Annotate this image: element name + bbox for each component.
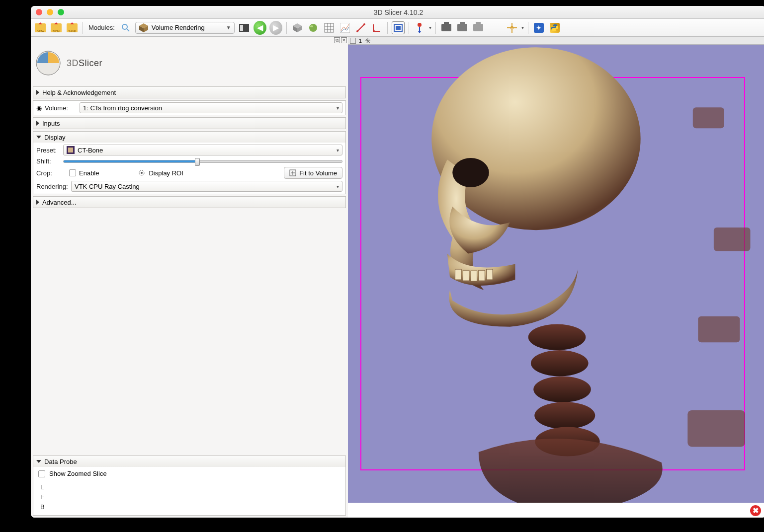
error-indicator[interactable]: ✖ <box>750 505 761 516</box>
crop-enable-label: Enable <box>79 169 99 177</box>
arrow-left-icon: ◀ <box>254 21 266 35</box>
view-maximize-icon[interactable] <box>365 38 371 44</box>
search-icon <box>121 23 130 32</box>
panel-close-button[interactable]: ✕ <box>341 37 347 43</box>
advanced-section-header[interactable]: Advanced... <box>33 197 345 208</box>
show-zoomed-checkbox[interactable] <box>38 470 45 477</box>
svg-point-23 <box>418 23 422 27</box>
preset-label: Preset: <box>36 147 60 154</box>
main-toolbar: Modules: Volume Rendering ▼ ◀ ▶ ▾ <box>31 19 764 37</box>
module-panel: ⧉ ✕ 3DSlicer Help & Acknowledgement ◉ Vo… <box>31 37 348 518</box>
svg-rect-57 <box>687 410 745 447</box>
ruler-button[interactable] <box>354 21 367 34</box>
volume-button[interactable] <box>307 21 320 34</box>
camera-view-icon <box>457 24 467 31</box>
data-probe-header[interactable]: Data Probe <box>33 456 345 467</box>
data-probe-section: Data Probe Show Zoomed Slice L F B <box>33 456 346 516</box>
green-sphere-icon <box>308 23 318 33</box>
probe-B: B <box>40 502 340 512</box>
titlebar: 3D Slicer 4.10.2 <box>31 6 764 19</box>
visibility-icon[interactable]: ◉ <box>36 104 42 112</box>
toolbar-separator <box>286 22 287 34</box>
extension-manager-button[interactable]: ✦ <box>532 21 545 34</box>
python-icon <box>550 23 560 33</box>
toolbar-separator <box>435 22 436 34</box>
display-section-body: Preset: CT-Bone ▾ Shift: <box>33 143 345 194</box>
svg-point-11 <box>310 25 313 27</box>
svg-point-20 <box>363 23 365 25</box>
display-section-header[interactable]: Display <box>33 132 345 143</box>
svg-point-52 <box>534 402 595 429</box>
svg-point-0 <box>122 24 127 29</box>
inputs-section-header[interactable]: Inputs <box>33 118 345 129</box>
help-section: Help & Acknowledgement <box>33 86 346 98</box>
toolbar-separator <box>409 22 409 34</box>
svg-rect-55 <box>714 228 751 251</box>
save-button[interactable] <box>66 21 79 34</box>
models-button[interactable] <box>291 21 304 34</box>
panel-popout-button[interactable]: ⧉ <box>334 37 340 43</box>
svg-line-18 <box>357 24 364 31</box>
layout-icon <box>393 23 403 32</box>
chart-button[interactable] <box>339 21 351 34</box>
toolbar-separator <box>387 22 388 34</box>
triangle-down-icon <box>36 460 41 463</box>
viewer-panel: 1 <box>348 37 764 518</box>
triangle-right-icon <box>36 90 39 95</box>
chevron-down-icon[interactable]: ▾ <box>429 25 431 30</box>
layout-button[interactable] <box>392 21 405 34</box>
module-panel-toggle[interactable] <box>238 21 251 34</box>
chevron-down-icon[interactable]: ▾ <box>521 25 524 30</box>
preset-thumb-icon <box>67 146 75 154</box>
preset-selector[interactable]: CT-Bone ▾ <box>63 145 342 155</box>
python-console-button[interactable] <box>548 21 561 34</box>
restore-view-button[interactable] <box>472 21 485 34</box>
module-search-button[interactable] <box>119 21 132 34</box>
load-dicom-button[interactable] <box>50 21 63 34</box>
panel-icon <box>239 24 249 32</box>
camera-icon <box>441 24 451 31</box>
rendering-selector[interactable]: VTK CPU Ray Casting ▾ <box>71 181 342 192</box>
chevron-down-icon: ▾ <box>337 105 339 111</box>
angle-button[interactable] <box>370 21 383 34</box>
scene-view-button[interactable] <box>456 21 469 34</box>
panel-spacer <box>31 209 348 455</box>
nav-back-button[interactable]: ◀ <box>254 21 266 34</box>
load-data-button[interactable] <box>34 21 47 34</box>
help-section-header[interactable]: Help & Acknowledgement <box>33 87 345 98</box>
data-probe-body: Show Zoomed Slice L F B <box>33 467 345 515</box>
toolbar-separator <box>83 22 83 34</box>
volume-selector[interactable]: 1: CTs from rtog conversion ▾ <box>80 102 342 113</box>
app-window: 3D Slicer 4.10.2 Modules: Volume Renderi… <box>31 6 764 518</box>
svg-rect-12 <box>325 23 334 32</box>
markups-button[interactable] <box>413 21 426 34</box>
crop-enable-checkbox[interactable] <box>69 169 76 176</box>
folder-dcm-icon <box>51 23 62 32</box>
volume-rendering-icon <box>139 23 149 33</box>
rendering-selector-value: VTK CPU Ray Casting <box>75 183 140 190</box>
viewer-header: 1 <box>348 37 764 45</box>
view-pin-button[interactable] <box>350 38 356 44</box>
puzzle-icon: ✦ <box>534 23 544 33</box>
svg-rect-54 <box>693 107 724 128</box>
fit-to-volume-button[interactable]: Fit to Volume <box>284 167 342 179</box>
volume-label: Volume: <box>45 104 77 112</box>
svg-rect-46 <box>471 271 477 281</box>
triangle-right-icon <box>36 200 39 205</box>
probe-F: F <box>40 492 340 502</box>
screenshot-button[interactable] <box>440 21 453 34</box>
svg-point-19 <box>356 30 358 32</box>
display-roi-label: Display ROI <box>149 169 183 177</box>
ruler-line-icon <box>356 23 366 33</box>
nav-forward-button[interactable]: ▶ <box>269 21 282 34</box>
svg-line-1 <box>127 29 129 31</box>
svg-point-34 <box>141 172 143 174</box>
svg-rect-47 <box>479 270 485 281</box>
crosshair-button[interactable] <box>506 21 518 34</box>
slider-thumb[interactable] <box>195 158 200 166</box>
display-section-title: Display <box>44 134 66 141</box>
transform-button[interactable] <box>323 21 336 34</box>
module-selector[interactable]: Volume Rendering ▼ <box>135 22 235 34</box>
3d-viewport[interactable] <box>348 45 764 503</box>
shift-slider[interactable] <box>63 160 342 163</box>
